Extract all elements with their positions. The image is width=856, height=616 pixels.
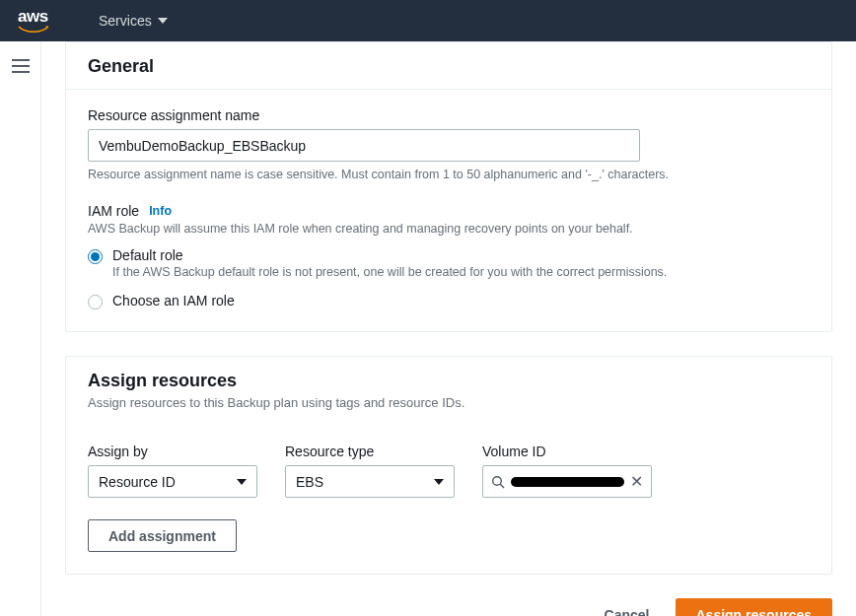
assign-by-label: Assign by [88, 444, 257, 459]
radio-default-sub: If the AWS Backup default role is not pr… [112, 265, 667, 279]
services-label: Services [99, 13, 152, 29]
svg-point-0 [493, 476, 502, 485]
volume-id-label: Volume ID [482, 444, 652, 459]
assign-by-select[interactable]: Resource ID [88, 465, 257, 498]
assign-resources-panel: Assign resources Assign resources to thi… [65, 356, 832, 575]
top-nav: aws Services [0, 0, 856, 41]
search-icon [491, 475, 505, 489]
iam-role-radio-group: Default role If the AWS Backup default r… [88, 247, 810, 309]
aws-logo[interactable]: aws [18, 7, 51, 34]
sidebar-toggle-icon[interactable] [12, 59, 30, 73]
resource-type-select[interactable]: EBS [285, 465, 455, 498]
iam-role-desc: AWS Backup will assume this IAM role whe… [88, 222, 810, 236]
radio-icon [88, 249, 103, 264]
general-panel-header: General [66, 42, 831, 90]
iam-info-link[interactable]: Info [149, 204, 172, 218]
resource-name-input[interactable] [88, 129, 640, 162]
radio-choose-iam[interactable]: Choose an IAM role [88, 293, 810, 309]
footer-actions: Cancel Assign resources [65, 598, 832, 616]
aws-logo-text: aws [18, 7, 48, 26]
add-assignment-button[interactable]: Add assignment [88, 519, 237, 552]
cancel-button[interactable]: Cancel [591, 598, 664, 616]
svg-line-1 [500, 484, 504, 488]
resource-name-label: Resource assignment name [88, 107, 810, 123]
general-heading: General [88, 56, 810, 77]
main-content: General Resource assignment name Resourc… [41, 41, 856, 616]
aws-smile-icon [18, 25, 51, 34]
resource-type-value: EBS [296, 474, 323, 490]
resource-type-label: Resource type [285, 444, 455, 459]
assign-subtitle: Assign resources to this Backup plan usi… [88, 395, 810, 410]
resource-name-helper: Resource assignment name is case sensiti… [88, 168, 810, 181]
assign-resources-button[interactable]: Assign resources [676, 598, 833, 616]
assign-panel-header: Assign resources Assign resources to thi… [66, 357, 831, 414]
volume-id-value-redacted [511, 477, 624, 487]
sidebar-collapsed [0, 41, 41, 616]
radio-choose-label: Choose an IAM role [112, 293, 235, 308]
caret-down-icon [434, 479, 444, 485]
radio-default-role[interactable]: Default role If the AWS Backup default r… [88, 247, 810, 279]
clear-icon[interactable]: ✕ [630, 474, 643, 490]
services-dropdown[interactable]: Services [99, 13, 168, 29]
assign-by-value: Resource ID [99, 474, 176, 490]
iam-role-label: IAM role [88, 203, 139, 219]
radio-icon [88, 295, 103, 309]
assign-heading: Assign resources [88, 371, 810, 391]
volume-id-input[interactable]: ✕ [482, 465, 652, 498]
caret-down-icon [158, 18, 168, 24]
assign-row: Assign by Resource ID Resource type EBS [88, 444, 810, 498]
caret-down-icon [237, 479, 247, 485]
radio-default-label: Default role [112, 247, 667, 263]
general-panel: General Resource assignment name Resourc… [65, 41, 832, 332]
